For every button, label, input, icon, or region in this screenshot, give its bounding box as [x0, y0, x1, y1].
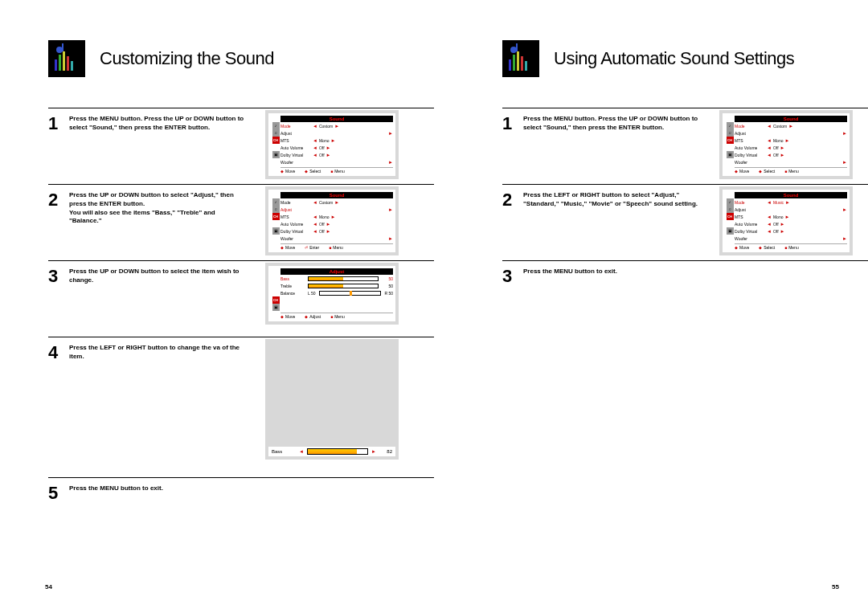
- step-3: 3 Press the MENU button to exit.: [502, 260, 868, 298]
- page-number: 55: [832, 583, 839, 591]
- steps-left: 1 Press the MENU button. Press the UP or…: [48, 108, 434, 515]
- svg-rect-13: [516, 43, 518, 51]
- header: Customizing the Sound: [48, 40, 434, 77]
- sound-icon: [502, 40, 539, 77]
- page-title: Customizing the Sound: [100, 48, 274, 69]
- osd-screenshot: Sound ♪Mode◄Custom► ♫Adjust► CHMTS◄Mono►…: [265, 186, 399, 255]
- step-3: 3 Press the UP or DOWN button to select …: [48, 260, 434, 337]
- svg-rect-6: [62, 43, 63, 51]
- step-1: 1 Press the MENU button. Press the UP or…: [48, 108, 434, 184]
- svg-rect-11: [525, 61, 527, 71]
- svg-rect-7: [509, 59, 511, 71]
- step-number: 1: [48, 113, 69, 184]
- step-text: Press the MENU button. Press the UP or D…: [69, 113, 244, 184]
- page-right: Using Automatic Sound Settings 1 Press t…: [502, 40, 868, 298]
- adjust-bar: Bass ◄ ► 82: [268, 447, 395, 456]
- svg-rect-2: [63, 51, 65, 71]
- osd-screenshot: Sound ♪Mode◄Custom► ♫Adjust► CHMTS◄Mono►…: [719, 110, 853, 179]
- osd-screenshot: Bass ◄ ► 82: [265, 339, 399, 460]
- step-1: 1 Press the MENU button. Press the UP or…: [502, 108, 868, 184]
- step-4: 4 Press the LEFT or RIGHT button to chan…: [48, 337, 434, 477]
- page-number: 54: [45, 583, 52, 591]
- osd-screenshot: Sound ♪Mode◄Music► ♫Adjust► CHMTS◄Mono► …: [719, 186, 853, 255]
- svg-point-12: [510, 47, 517, 53]
- steps-right: 1 Press the MENU button. Press the UP or…: [502, 108, 868, 298]
- svg-rect-4: [71, 61, 73, 71]
- header: Using Automatic Sound Settings: [502, 40, 868, 77]
- svg-rect-1: [59, 55, 61, 71]
- osd-title: Sound: [280, 116, 393, 122]
- svg-point-5: [56, 47, 63, 53]
- osd-screenshot: Adjust Bass50 Treble50 BalanceL 50R 50 C…: [265, 263, 399, 325]
- sound-icon: [48, 40, 85, 77]
- step-5: 5 Press the MENU button to exit.: [48, 477, 434, 515]
- step-2: 2 Press the LEFT or RIGHT button to sele…: [502, 184, 868, 260]
- svg-rect-3: [67, 56, 69, 71]
- svg-rect-9: [517, 51, 519, 71]
- osd-screenshot: Sound ♪Mode◄Custom► ♫Adjust► CHMTS◄Mono►…: [265, 110, 399, 179]
- svg-rect-8: [513, 55, 515, 71]
- page-left: Customizing the Sound 1 Press the MENU b…: [48, 40, 434, 515]
- svg-rect-10: [521, 56, 523, 71]
- step-2: 2 Press the UP or DOWN button to select …: [48, 184, 434, 260]
- page-title: Using Automatic Sound Settings: [554, 48, 794, 69]
- svg-rect-0: [55, 59, 57, 71]
